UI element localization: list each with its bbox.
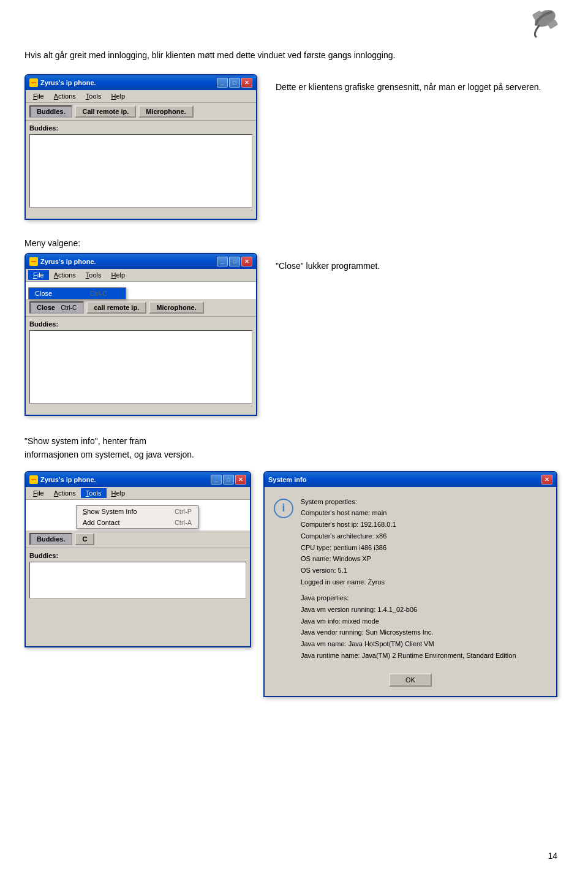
sysinfo-close-button[interactable]: ✕ [541, 475, 552, 485]
sysinfo-java-vm-name: Java vm name: Java HotSpot(TM) Client VM [301, 638, 547, 650]
dropdown-close-item[interactable]: Close Ctrl-C [29, 288, 126, 299]
sysinfo-os-version: OS version: 5.1 [301, 565, 547, 576]
sysinfo-titlebar-buttons[interactable]: ✕ [541, 475, 552, 485]
menubar2: File Actions Tools Help [26, 269, 256, 282]
sysinfo-content: i System properties: Computer's host nam… [274, 496, 547, 666]
close-button2[interactable]: ✕ [241, 257, 252, 266]
minimize-button2[interactable]: _ [217, 257, 228, 266]
sysinfo-architecture: Computer's architecture: x86 [301, 530, 547, 542]
menu-file1[interactable]: File [28, 91, 49, 101]
menu-tools3[interactable]: Tools [81, 488, 107, 498]
window3: Zyrus's ip phone. _ □ ✕ File Actions Too… [24, 471, 251, 647]
c-button3[interactable]: C [75, 533, 94, 545]
svg-rect-4 [31, 82, 36, 83]
close-button-toolbar2[interactable]: Close Ctrl-C [29, 301, 84, 314]
section2-container: Meny valgene: Zyrus's ip phone. _ □ ✕ [24, 238, 564, 416]
sysinfo-titlebar: System info ✕ [265, 472, 556, 487]
title-icon1 [29, 78, 38, 87]
sysinfo-java-vm-info: Java vm info: mixed mode [301, 616, 547, 627]
page-content: Hvis alt går greit med innlogging, blir … [0, 0, 588, 734]
callremote-button1[interactable]: Call remote ip. [75, 105, 136, 118]
menu-actions1[interactable]: Actions [49, 91, 81, 101]
buddies-label2: Buddies: [29, 320, 252, 328]
menu-help3[interactable]: Help [107, 488, 130, 498]
titlebar2-left: Zyrus's ip phone. [29, 257, 96, 266]
titlebar3-left: Zyrus's ip phone. [29, 475, 96, 484]
dropdown-close-label: Close [35, 290, 52, 297]
titlebar3-buttons[interactable]: _ □ ✕ [211, 475, 246, 485]
sysinfo-cpu-type: CPU type: pentium i486 i386 [301, 542, 547, 554]
menu-tools1[interactable]: Tools [81, 91, 107, 101]
close-button1[interactable]: ✕ [241, 78, 252, 88]
sysinfo-os-name: OS name: Windows XP [301, 553, 547, 565]
maximize-button2[interactable]: □ [229, 257, 240, 266]
add-contact-shortcut: Ctrl-A [175, 519, 192, 526]
sysinfo-titlebar-left: System info [268, 476, 306, 483]
info-icon: i [274, 499, 293, 518]
show-system-info-shortcut: Ctrl-P [175, 508, 192, 515]
close-button3[interactable]: ✕ [235, 475, 246, 485]
sysinfo-properties-section: System properties: Computer's host name:… [301, 496, 547, 588]
sysinfo-java-section: Java properties: Java vm version running… [301, 592, 547, 661]
page-number: 14 [548, 851, 557, 861]
bottom-section: Zyrus's ip phone. _ □ ✕ File Actions Too… [24, 471, 564, 698]
phone-icon [527, 6, 564, 40]
titlebar2-buttons[interactable]: _ □ ✕ [217, 257, 252, 266]
microphone-button1[interactable]: Microphone. [138, 105, 193, 118]
sysinfo-java-header: Java properties: [301, 592, 547, 604]
callremote-button2[interactable]: call remote ip. [86, 301, 146, 314]
menu-actions3[interactable]: Actions [49, 488, 81, 498]
microphone-button2[interactable]: Microphone. [149, 301, 203, 314]
sysinfo-java-runtime: Java runtime name: Java(TM) 2 Runtime En… [301, 650, 547, 662]
section3-label-line1: "Show system info", henter fram informas… [24, 434, 564, 462]
section3-container: "Show system info", henter fram informas… [24, 434, 564, 697]
buddies-button1[interactable]: Buddies. [29, 105, 72, 118]
titlebar1: Zyrus's ip phone. _ □ ✕ [26, 75, 256, 90]
menu-help2[interactable]: Help [107, 270, 130, 280]
svg-rect-6 [31, 261, 36, 262]
section1-description: Dette er klientens grafiske grensesnitt,… [276, 74, 564, 94]
show-system-info-label: Show System Info [83, 508, 137, 515]
title-text2: Zyrus's ip phone. [40, 258, 96, 265]
buddies-button3[interactable]: Buddies. [29, 533, 72, 545]
menu-file2[interactable]: File [28, 270, 49, 280]
titlebar3: Zyrus's ip phone. _ □ ✕ [26, 472, 250, 487]
content-area2 [29, 330, 252, 404]
section1-desc-text: Dette er klientens grafiske grensesnitt,… [276, 82, 541, 92]
intro-paragraph: Hvis alt går greit med innlogging, blir … [24, 49, 545, 62]
sysinfo-hostname: Computer's host name: main [301, 507, 547, 519]
sysinfo-body: i System properties: Computer's host nam… [265, 487, 556, 696]
sysinfo-text: System properties: Computer's host name:… [301, 496, 547, 666]
section2-label: Meny valgene: [24, 238, 564, 248]
system-info-dialog: System info ✕ i System properties: Compu… [263, 471, 557, 698]
add-contact-item[interactable]: Add Contact Ctrl-A [77, 517, 198, 528]
window1: Zyrus's ip phone. _ □ ✕ File Actions Too… [24, 74, 257, 220]
minimize-button3[interactable]: _ [211, 475, 222, 485]
maximize-button3[interactable]: □ [223, 475, 234, 485]
minimize-button1[interactable]: _ [217, 78, 228, 88]
menu-file3[interactable]: File [28, 488, 49, 498]
window2: Zyrus's ip phone. _ □ ✕ File Actions Too… [24, 253, 257, 416]
svg-rect-8 [31, 479, 36, 480]
titlebar1-buttons[interactable]: _ □ ✕ [217, 78, 252, 88]
section3-text1: "Show system info", henter fram [24, 436, 146, 446]
menu-tools2[interactable]: Tools [81, 270, 107, 280]
show-system-info-item[interactable]: Show System Info Ctrl-P [77, 506, 198, 517]
sysinfo-logged-user: Logged in user name: Zyrus [301, 576, 547, 588]
section2-desc-text: "Close" lukker programmet. [276, 261, 380, 271]
maximize-button1[interactable]: □ [229, 78, 240, 88]
content-area1 [29, 134, 252, 208]
content-area3 [29, 562, 246, 598]
title-text1: Zyrus's ip phone. [40, 79, 96, 86]
tools-dropdown3: Show System Info Ctrl-P Add Contact Ctrl… [76, 505, 198, 529]
menu-actions2[interactable]: Actions [49, 270, 81, 280]
toolbar2: Close Ctrl-C call remote ip. Microphone. [26, 299, 256, 317]
sysinfo-java-vm-version: Java vm version running: 1.4.1_02-b06 [301, 604, 547, 616]
ok-button[interactable]: OK [389, 673, 432, 687]
toolbar1: Buddies. Call remote ip. Microphone. [26, 103, 256, 121]
sysinfo-title-text: System info [268, 476, 306, 483]
phone-icon-container [527, 6, 564, 42]
menubar1: File Actions Tools Help [26, 90, 256, 103]
body3: Buddies: [26, 548, 250, 646]
menu-help1[interactable]: Help [107, 91, 130, 101]
